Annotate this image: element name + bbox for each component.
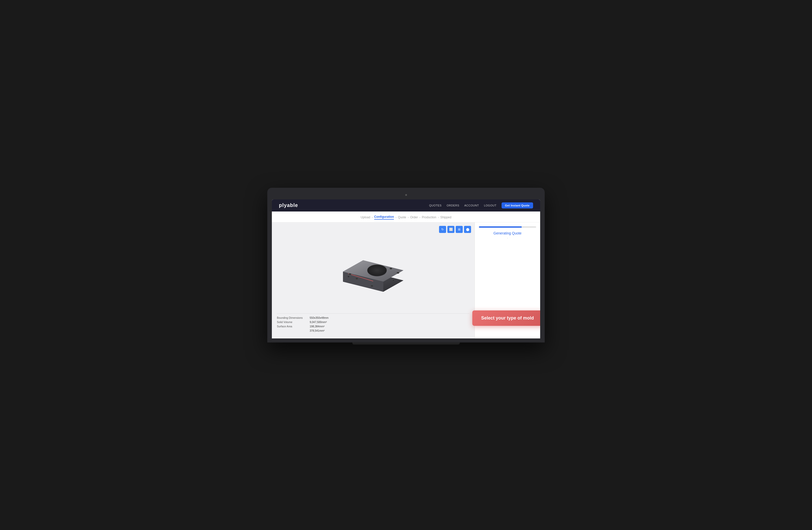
surface-area-label: Surface Area bbox=[277, 325, 305, 328]
surface-area-value: 198,384mm² bbox=[310, 325, 324, 328]
svg-point-12 bbox=[371, 285, 373, 287]
breadcrumb-configuration[interactable]: Configuration bbox=[374, 215, 394, 220]
surface-area-2-value: 378,541mm² bbox=[310, 329, 324, 332]
info-bounding: Bounding Dimensions 550x350x48mm bbox=[277, 316, 469, 319]
info-surface-area-2: 378,541mm² bbox=[277, 329, 469, 332]
generating-quote-title: Generating Quote bbox=[479, 231, 536, 235]
svg-point-6 bbox=[349, 273, 351, 275]
app-logo: plyable bbox=[279, 203, 298, 208]
get-instant-quote-button[interactable]: Get Instant Quote bbox=[502, 203, 533, 208]
3d-viewer[interactable] bbox=[277, 227, 469, 311]
nav-quotes[interactable]: QUOTES bbox=[429, 204, 441, 207]
svg-point-11 bbox=[392, 280, 394, 281]
nav-account[interactable]: ACCOUNT bbox=[464, 204, 479, 207]
svg-point-8 bbox=[356, 278, 358, 279]
breadcrumb-production[interactable]: Production bbox=[422, 215, 436, 219]
generating-dot: · bbox=[479, 237, 536, 239]
breadcrumb-shipped[interactable]: Shipped bbox=[440, 215, 451, 219]
part-model bbox=[333, 241, 414, 297]
browser-content: plyable QUOTES ORDERS ACCOUNT LOGOUT Get… bbox=[272, 199, 540, 338]
breadcrumb: Upload › Configuration › Quote › Order ›… bbox=[272, 211, 540, 222]
camera-bar bbox=[272, 192, 540, 198]
info-surface-area: Surface Area 198,384mm² bbox=[277, 325, 469, 328]
navbar-right: QUOTES ORDERS ACCOUNT LOGOUT Get Instant… bbox=[429, 203, 533, 208]
bounding-value: 550x350x48mm bbox=[310, 316, 329, 319]
info-solid-volume: Solid Volume 9,047,500mm³ bbox=[277, 321, 469, 323]
nav-logout[interactable]: LOGOUT bbox=[484, 204, 496, 207]
progress-bar-container bbox=[479, 226, 536, 228]
main-content: ↻ ⬜ ⊞ ⬤ bbox=[272, 222, 540, 338]
breadcrumb-order[interactable]: Order bbox=[410, 215, 418, 219]
quote-panel: Generating Quote · Select your type of m… bbox=[475, 222, 540, 338]
solid-volume-value: 9,047,500mm³ bbox=[310, 321, 327, 323]
progress-bar-fill bbox=[479, 226, 522, 228]
svg-point-5 bbox=[367, 265, 387, 276]
svg-point-7 bbox=[390, 268, 392, 269]
breadcrumb-arrow-1: › bbox=[372, 216, 373, 219]
camera-dot bbox=[405, 194, 407, 196]
laptop-base bbox=[272, 338, 540, 343]
viewer-panel: ↻ ⬜ ⊞ ⬤ bbox=[272, 222, 475, 338]
breadcrumb-quote[interactable]: Quote bbox=[398, 215, 406, 219]
svg-point-9 bbox=[397, 272, 399, 274]
breadcrumb-arrow-5: › bbox=[438, 216, 439, 219]
part-svg bbox=[333, 241, 414, 297]
breadcrumb-upload[interactable]: Upload bbox=[361, 215, 370, 219]
viewer-info: Bounding Dimensions 550x350x48mm Solid V… bbox=[277, 313, 469, 333]
breadcrumb-arrow-4: › bbox=[419, 216, 420, 219]
solid-volume-label: Solid Volume bbox=[277, 321, 305, 323]
navbar: plyable QUOTES ORDERS ACCOUNT LOGOUT Get… bbox=[272, 199, 540, 211]
laptop-screen: plyable QUOTES ORDERS ACCOUNT LOGOUT Get… bbox=[272, 199, 540, 338]
breadcrumb-arrow-3: › bbox=[408, 216, 409, 219]
laptop-frame: plyable QUOTES ORDERS ACCOUNT LOGOUT Get… bbox=[267, 188, 545, 343]
bounding-label: Bounding Dimensions bbox=[277, 316, 305, 319]
svg-point-10 bbox=[348, 276, 349, 277]
breadcrumb-arrow-2: › bbox=[395, 216, 396, 219]
select-mold-toast[interactable]: Select your type of mold bbox=[472, 310, 540, 326]
nav-orders[interactable]: ORDERS bbox=[447, 204, 459, 207]
